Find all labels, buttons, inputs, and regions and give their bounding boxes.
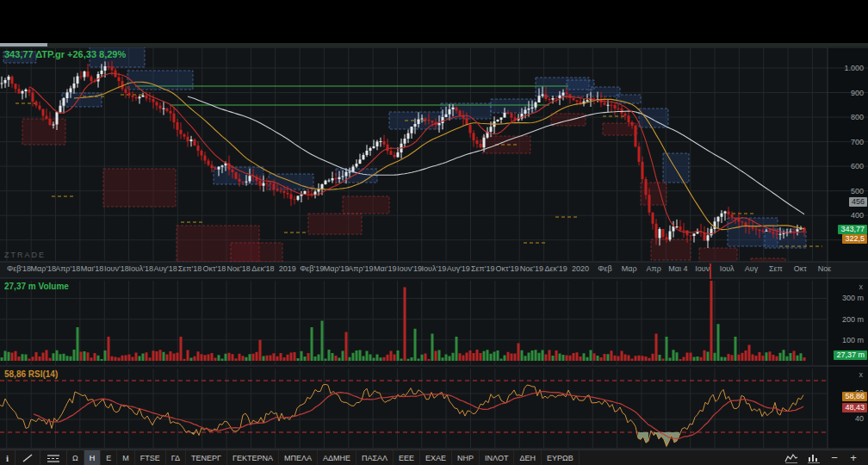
volume-tick: 300 m: [842, 294, 864, 302]
x-axis-label: Νοε'18: [227, 264, 251, 273]
x-axis-label: Μαι 4: [668, 264, 687, 273]
chart-canvas[interactable]: [0, 0, 868, 465]
x-axis-label: Οκτ: [794, 264, 807, 273]
x-axis-label: Μαι'18: [81, 264, 103, 273]
volume-tick: 200 m: [842, 315, 864, 324]
rsi-panel-close-button[interactable]: x: [859, 371, 864, 379]
price-tick: 400: [851, 211, 864, 220]
x-axis-label: Απρ: [646, 264, 660, 273]
x-axis-label: Ιουλ'19: [422, 264, 447, 273]
x-axis-label: Απρ'18: [55, 264, 80, 273]
ticker-button[interactable]: ΤΕΝΕΡΓ: [186, 450, 227, 465]
ticker-button[interactable]: ΝΗΡ: [452, 450, 480, 465]
x-axis-label: Ιουν'18: [104, 264, 129, 273]
price-tick: 900: [851, 89, 864, 97]
trading-app-window: 343,77 ΔΤΡ.gr +26,33 8,29% ZTRADE 27,37 …: [0, 0, 868, 465]
bottom-toolbar: i ΩΗΕΜFTSEΓΔΤΕΝΕΡΓΓΕΚΤΕΡΝΑΜΠΕΛΑΑΔΜΗΕΠΑΣΑ…: [0, 450, 868, 465]
chart-style-bars-button[interactable]: [804, 450, 823, 465]
ticker-button[interactable]: ΑΔΜΗΕ: [318, 450, 356, 465]
rsi-value: 58,86: [4, 369, 26, 379]
x-axis-label: Φεβ'18: [7, 264, 31, 273]
price-tick: 1.000: [844, 64, 864, 72]
x-axis-label: Οκτ'18: [202, 264, 226, 273]
x-axis-label: Ιουλ: [720, 264, 735, 273]
volume-value-badge: 27,37 m: [834, 350, 867, 360]
price-tick: 500: [851, 187, 864, 195]
x-axis-label: Αυγ'18: [154, 264, 177, 273]
ticker-button[interactable]: ΕΥΡΩΒ: [542, 450, 580, 465]
ticker-button[interactable]: ΙΝΛΟΤ: [480, 450, 514, 465]
chart-scrollbar[interactable]: [0, 43, 868, 46]
x-axis-label: Αυγ: [745, 264, 758, 273]
ticker-button[interactable]: ΕΕΕ: [394, 450, 420, 465]
zoom-in-button[interactable]: +: [846, 451, 861, 464]
volume-indicator-label[interactable]: 27,37 m Volume: [4, 282, 69, 291]
watermark: ZTRADE: [4, 251, 46, 259]
ticker-button[interactable]: ΜΠΕΛΑ: [279, 450, 318, 465]
bar-chart-icon: [807, 453, 821, 463]
x-axis-label: Σεπ'18: [178, 264, 202, 273]
toolbar-right-group: − +: [782, 450, 868, 465]
rsi-signal-badge: 48,43: [842, 403, 867, 412]
ticker-button[interactable]: ΓΕΚΤΕΡΝΑ: [227, 450, 279, 465]
line-chart-icon: [784, 453, 798, 463]
x-axis-label: Σεπ: [769, 264, 783, 273]
ticker-button[interactable]: ΠΑΣΑΛ: [356, 450, 394, 465]
volume-tick: 100 m: [842, 336, 864, 344]
ma-value-badge: 456: [849, 197, 867, 207]
draw-line-button[interactable]: [16, 450, 40, 465]
zoom-out-button[interactable]: −: [827, 451, 842, 464]
ticker-button[interactable]: FTSE: [135, 450, 166, 465]
indicators-icon: [46, 453, 60, 463]
ticker-button[interactable]: Η: [84, 450, 102, 465]
x-axis-label: Δεκ'19: [545, 264, 567, 273]
x-axis-label: Σεπ'19: [471, 264, 495, 273]
x-axis-label: Μαρ: [622, 264, 637, 273]
rsi-value-badge: 58,86: [842, 392, 867, 401]
volume-name: Volume: [38, 282, 68, 291]
ticker-button[interactable]: Ω: [67, 450, 84, 465]
ticker-button[interactable]: ΓΔ: [166, 450, 186, 465]
scrollbar-thumb[interactable]: [0, 43, 47, 46]
x-axis-label: Μαι'19: [374, 264, 396, 273]
alert-price-badge: 322,5: [842, 234, 867, 244]
rsi-indicator-label[interactable]: 58,86 RSI(14): [4, 369, 58, 379]
ticker-button[interactable]: ΔΕΗ: [514, 450, 542, 465]
x-axis-label: Φεβ'19: [300, 264, 324, 273]
x-axis-label: Αυγ'19: [447, 264, 470, 273]
info-button[interactable]: i: [0, 450, 16, 465]
chart-style-line-button[interactable]: [782, 450, 801, 465]
x-axis-label: Ιουλ'18: [128, 264, 153, 273]
symbol-quote-label: 343,77 ΔΤΡ.gr +26,33 8,29%: [4, 49, 126, 59]
x-axis-label: Μαρ'19: [324, 264, 350, 273]
rsi-tick: 40: [855, 414, 864, 423]
x-axis-label: Ιουν'19: [397, 264, 422, 273]
ticker-button[interactable]: Μ: [117, 450, 135, 465]
x-axis-label: Οκτ'19: [496, 264, 519, 273]
draw-line-icon: [22, 453, 34, 463]
x-axis-label: Φεβ: [598, 264, 611, 273]
x-axis-label: Απρ'19: [348, 264, 373, 273]
ticker-button[interactable]: ΕΧΑΕ: [420, 450, 452, 465]
ticker-button[interactable]: Ε: [101, 450, 117, 465]
x-axis-label: Μαρ'18: [31, 264, 57, 273]
x-axis-label: Ιουν: [695, 264, 710, 273]
price-tick: 700: [851, 138, 864, 146]
info-icon: i: [6, 453, 9, 463]
volume-panel-close-button[interactable]: x: [859, 283, 864, 291]
last-price-badge: 343,77: [838, 225, 867, 234]
volume-value: 27,37 m: [4, 282, 36, 291]
x-axis-label: 2019: [279, 264, 296, 273]
indicators-button[interactable]: [40, 450, 67, 465]
x-axis-label: Νοε: [818, 264, 832, 273]
price-tick: 600: [851, 162, 864, 170]
x-axis-label: 2020: [572, 264, 589, 273]
rsi-name: RSI(14): [28, 369, 58, 379]
price-tick: 800: [851, 113, 864, 121]
ticker-list: ΩΗΕΜFTSEΓΔΤΕΝΕΡΓΓΕΚΤΕΡΝΑΜΠΕΛΑΑΔΜΗΕΠΑΣΑΛΕ…: [67, 450, 580, 465]
x-axis-label: Δεκ'18: [251, 264, 274, 273]
x-axis-label: Νοε'19: [520, 264, 543, 273]
